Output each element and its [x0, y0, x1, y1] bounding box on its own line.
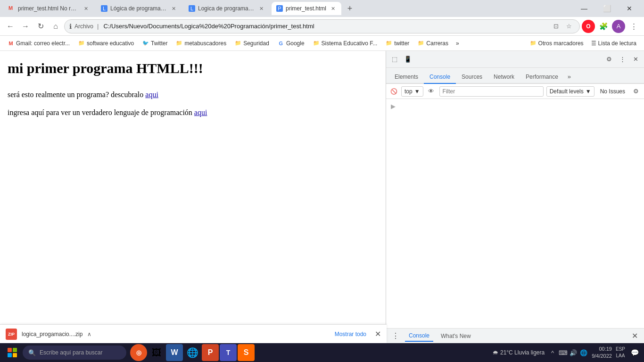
console-top-selector[interactable]: top ▼ — [401, 86, 423, 97]
keyboard-icon[interactable]: ⌨ — [559, 348, 567, 357]
win-logo-blue — [8, 353, 12, 357]
clock-date: 9/4/2022 — [592, 353, 612, 360]
bookmark-sistema[interactable]: 📁 Sistema Educativo F... — [309, 38, 381, 49]
home-button[interactable]: ⌂ — [49, 20, 62, 33]
devtools-console-area: ▶ — [386, 99, 644, 328]
taskbar-sublime[interactable]: S — [238, 344, 255, 361]
line1-link[interactable]: aqui — [145, 90, 158, 99]
lista-label: Lista de lectura — [598, 40, 636, 47]
menu-button[interactable]: ⋮ — [627, 20, 640, 33]
mostrar-todo-button[interactable]: Mostrar todo — [335, 331, 366, 337]
volume-icon[interactable]: 🔊 — [569, 348, 578, 357]
tab-close-4[interactable]: ✕ — [329, 5, 337, 12]
bookmark-meta[interactable]: 📁 metabuscadores — [172, 38, 230, 49]
devtools-device-mode[interactable]: 📱 — [402, 54, 413, 65]
photos-icon: 🖼 — [152, 347, 161, 358]
footer-tab-whats-new[interactable]: What's New — [437, 331, 475, 341]
bookmark-software-label: software educativo — [87, 40, 134, 47]
bookmark-carreras[interactable]: 📁 Carreras — [414, 38, 452, 49]
tab-favicon-1: M — [8, 5, 15, 12]
forward-button[interactable]: → — [19, 20, 32, 33]
extensions-icon[interactable]: 🧩 — [597, 20, 610, 33]
star-icon[interactable]: ☆ — [563, 21, 575, 32]
tab-2[interactable]: L Lógica de programación parte 1... ✕ — [96, 2, 182, 15]
screen-cast-icon[interactable]: ⊡ — [550, 21, 561, 32]
tab-sources[interactable]: Sources — [456, 71, 488, 84]
new-tab-button[interactable]: + — [343, 2, 356, 15]
tab-favicon-4: P — [276, 5, 283, 12]
bookmarks-more-button[interactable]: » — [453, 38, 462, 49]
bookmark-software[interactable]: 📁 software educativo — [74, 38, 138, 49]
default-levels-selector[interactable]: Default levels ▼ — [546, 86, 594, 97]
tab-network[interactable]: Network — [488, 71, 520, 84]
tab-elements[interactable]: Elements — [389, 71, 424, 84]
weather-icon: 🌧 — [493, 349, 498, 356]
devtools-close[interactable]: ✕ — [630, 54, 641, 65]
network-icon[interactable]: 🌐 — [579, 348, 588, 357]
bookmark-seguridad[interactable]: 📁 Seguridad — [231, 38, 273, 49]
taskbar-word[interactable]: W — [166, 344, 183, 361]
devtools-tabs-more[interactable]: » — [564, 70, 575, 83]
back-button[interactable]: ← — [4, 20, 17, 33]
console-arrow[interactable]: ▶ — [389, 102, 641, 111]
profile-avatar[interactable]: A — [612, 20, 625, 33]
more-label: » — [456, 40, 459, 47]
maximize-button[interactable]: ⬜ — [596, 0, 618, 17]
tray-chevron[interactable]: ^ — [548, 348, 557, 357]
opera-icon[interactable]: O — [582, 20, 595, 33]
taskbar-teams[interactable]: T — [220, 344, 237, 361]
tab-performance[interactable]: Performance — [520, 71, 564, 84]
bookmark-google[interactable]: G Google — [274, 38, 308, 49]
console-settings-button[interactable]: ⚙ — [631, 86, 641, 97]
main-area: mi primer programa HTMLL!!! será esto re… — [0, 51, 644, 343]
tab-3[interactable]: L Logica de programacion | Lógica... ✕ — [184, 2, 270, 15]
console-ban-icon[interactable]: 🚫 — [389, 87, 398, 96]
tab-close-3[interactable]: ✕ — [257, 5, 265, 12]
win-logo-green — [13, 348, 17, 352]
tab-4[interactable]: P primer_test.html ✕ — [272, 2, 341, 15]
tab-console[interactable]: Console — [424, 71, 456, 84]
address-bar[interactable]: ℹ Archivo | C:/Users/Nuevo/Documents/Log… — [64, 19, 580, 33]
close-button[interactable]: ✕ — [619, 0, 640, 17]
gmail-icon: M — [8, 40, 14, 47]
line2-link[interactable]: aqui — [194, 108, 207, 116]
bookmark-gmail[interactable]: M Gmail: correo electr... — [4, 38, 74, 49]
weather-widget[interactable]: 🌧 21°C Lluvia ligera — [493, 349, 545, 356]
taskbar-powerpoint[interactable]: P — [202, 344, 219, 361]
bookmark-twitter2[interactable]: 📁 twitter — [382, 38, 413, 49]
devtools-footer-close[interactable]: ✕ — [629, 330, 640, 342]
refresh-button[interactable]: ↻ — [34, 20, 47, 33]
minimize-button[interactable]: — — [573, 0, 595, 17]
console-eye-button[interactable]: 👁 — [426, 86, 437, 97]
page-heading: mi primer programa HTMLL!!! — [8, 60, 378, 76]
devtools-more[interactable]: ⋮ — [617, 54, 628, 65]
download-close-button[interactable]: ✕ — [375, 329, 381, 338]
line2-text: ingresa aquí para ver un verdadero lengu… — [8, 108, 194, 116]
win-logo-red — [8, 348, 12, 352]
address-prefix: Archivo — [74, 23, 93, 30]
lista-lectura-button[interactable]: ☰ Lista de lectura — [587, 38, 640, 49]
footer-menu-icon[interactable]: ⋮ — [390, 330, 401, 342]
start-button[interactable] — [4, 344, 21, 361]
notifications-button[interactable]: 💬 — [629, 347, 640, 358]
taskbar-chrome[interactable]: 🌐 — [184, 344, 201, 361]
footer-tab-console[interactable]: Console — [405, 330, 433, 342]
bookmark-twitter[interactable]: 🐦 Twitter — [139, 38, 171, 49]
taskbar-search[interactable]: 🔍 Escribe aquí para buscar — [23, 346, 126, 360]
tab-close-2[interactable]: ✕ — [170, 5, 177, 12]
taskbar: 🔍 Escribe aquí para buscar ⊕ 🖼 W 🌐 P T S… — [0, 343, 644, 362]
bookmark-otros-label: Otros marcadores — [538, 40, 584, 47]
window-controls: — ⬜ ✕ — [573, 0, 640, 17]
language-indicator[interactable]: ESP LAA — [616, 346, 625, 359]
taskbar-ubuntu[interactable]: ⊕ — [130, 344, 147, 361]
devtools-settings[interactable]: ⚙ — [603, 54, 615, 65]
bookmark-otros[interactable]: 📁 Otros marcadores — [526, 38, 587, 49]
taskbar-photos[interactable]: 🖼 — [148, 344, 165, 361]
taskbar-clock[interactable]: 00:19 9/4/2022 — [592, 346, 612, 360]
devtools-select-element[interactable]: ⬚ — [389, 54, 400, 65]
tab-1[interactable]: M primer_test.html No reconoce e... ✕ — [4, 2, 94, 15]
console-filter-input[interactable] — [439, 86, 544, 97]
download-chevron[interactable]: ∧ — [87, 331, 91, 337]
folder-icon-7: 📁 — [530, 40, 537, 47]
tab-close-1[interactable]: ✕ — [82, 5, 90, 12]
